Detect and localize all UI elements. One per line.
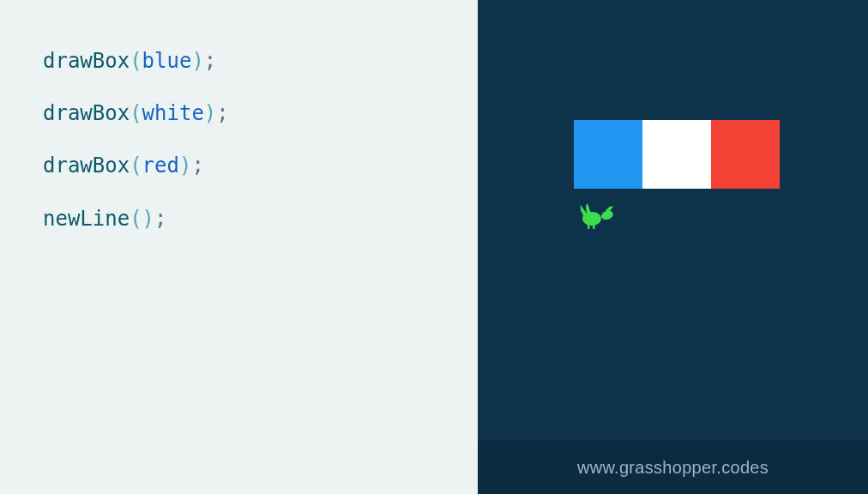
svg-rect-3	[593, 224, 595, 229]
function-name-token: drawBox	[43, 101, 130, 125]
open-paren-token: (	[130, 49, 142, 73]
semicolon-token: ;	[191, 154, 203, 178]
open-paren-token: (	[130, 154, 142, 178]
function-name-token: drawBox	[43, 154, 130, 178]
code-line-2: drawBox(white);	[43, 100, 435, 127]
output-canvas	[478, 0, 868, 441]
argument-token: white	[142, 101, 204, 125]
code-line-1: drawBox(blue);	[43, 48, 435, 75]
grasshopper-icon	[579, 203, 615, 234]
semicolon-token: ;	[216, 101, 228, 125]
grasshopper-icon-svg	[579, 203, 615, 231]
semicolon-token: ;	[154, 207, 166, 231]
close-paren-token: )	[204, 101, 216, 125]
footer-bar: www.grasshopper.codes	[478, 441, 868, 494]
close-paren-token: )	[179, 154, 191, 178]
argument-token: blue	[142, 49, 192, 73]
argument-token: red	[142, 154, 179, 178]
code-line-3: drawBox(red);	[43, 153, 435, 179]
svg-rect-2	[588, 224, 590, 229]
function-name-token: newLine	[43, 207, 130, 231]
drawn-box-white	[642, 120, 711, 189]
open-paren-token: (	[130, 207, 142, 231]
semicolon-token: ;	[204, 49, 216, 73]
drawn-box-red	[711, 120, 780, 189]
function-name-token: drawBox	[43, 49, 130, 73]
footer-url: www.grasshopper.codes	[577, 458, 769, 478]
drawn-boxes-row	[574, 120, 780, 189]
drawn-box-blue	[574, 120, 642, 189]
output-pane: www.grasshopper.codes	[478, 0, 868, 494]
code-editor-pane: drawBox(blue); drawBox(white); drawBox(r…	[0, 0, 478, 494]
code-line-4: newLine();	[43, 206, 435, 232]
close-paren-token: )	[142, 207, 154, 231]
close-paren-token: )	[191, 49, 203, 73]
open-paren-token: (	[130, 101, 142, 125]
